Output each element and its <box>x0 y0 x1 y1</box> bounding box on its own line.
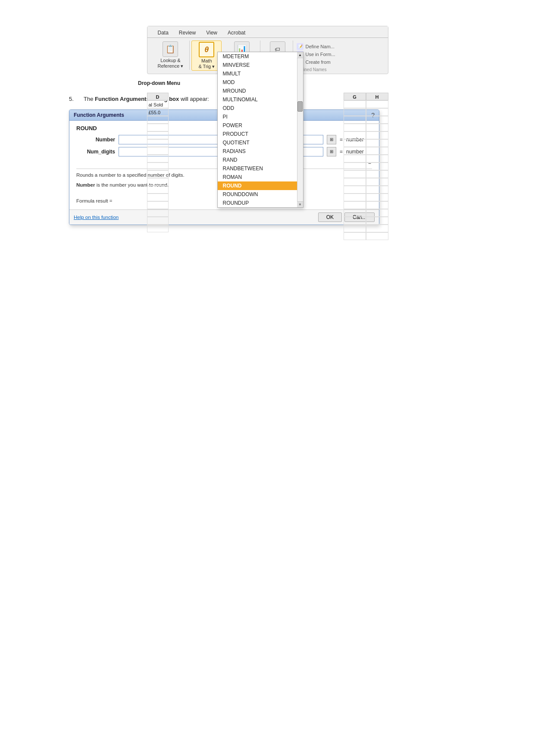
dropdown-item-randbetween[interactable]: RANDBETWEEN <box>218 164 297 173</box>
dropdown-item-radians[interactable]: RADIANS <box>218 147 297 156</box>
dropdown-scroll-wrapper: MDETERMMINVERSEMMULTMODMROUNDMULTINOMIAL… <box>218 52 303 207</box>
create-from-label: Create from <box>305 59 330 65</box>
ref-icon-2: ⊞ <box>330 149 333 154</box>
dropdown-item-quotient[interactable]: QUOTIENT <box>218 138 297 147</box>
spreadsheet-col-d: D al Sold £55.0 <box>147 93 169 232</box>
tab-view[interactable]: View <box>201 28 222 37</box>
ribbon-tabs: Data Review View Acrobat <box>147 26 388 38</box>
step-number: 5. <box>69 95 78 103</box>
dropdown-item-odd[interactable]: ODD <box>218 104 297 112</box>
lookup-button[interactable]: 📋 Lookup & Reference ▾ <box>156 41 185 70</box>
col-d-value: £55.0 <box>147 108 169 116</box>
lookup-label: Lookup & Reference ▾ <box>158 58 184 69</box>
dropdown-item-mdeterm[interactable]: MDETERM <box>218 52 297 61</box>
dropdown-item-mmult[interactable]: MMULT <box>218 69 297 78</box>
col-d-header: D <box>147 93 169 100</box>
arg-number-label: Number <box>76 137 115 143</box>
dialog-footer: Help on this function OK Can... <box>69 209 379 225</box>
use-in-formula-label: Use in Form... <box>305 52 335 57</box>
dropdown-item-product[interactable]: PRODUCT <box>218 130 297 138</box>
dropdown-item-roundup[interactable]: ROUNDUP <box>218 199 297 207</box>
dropdown-item-roman[interactable]: ROMAN <box>218 173 297 181</box>
ok-button[interactable]: OK <box>318 212 342 222</box>
lookup-icon: 📋 <box>163 41 178 57</box>
scroll-track <box>297 58 303 201</box>
dropdown-item-mod[interactable]: MOD <box>218 78 297 87</box>
define-name-label: Define Nam... <box>305 44 334 49</box>
col-g-header: G <box>344 93 366 100</box>
define-name-icon: 📝 <box>297 43 303 50</box>
arg-number-refbtn[interactable]: ⊞ <box>327 135 336 144</box>
dropdown-item-rand[interactable]: RAND <box>218 156 297 164</box>
math-trig-icon: θ <box>199 42 214 57</box>
desc2-bold: Number <box>76 182 95 187</box>
ref-icon: ⊞ <box>330 137 333 142</box>
step-text: The Function Arguments dialog box will a… <box>84 95 209 103</box>
help-link[interactable]: Help on this function <box>74 215 119 220</box>
dropdown-item-multinomial[interactable]: MULTINOMIAL <box>218 95 297 104</box>
scroll-down-btn[interactable]: ≡ <box>297 201 303 207</box>
math-trig-dropdown: MDETERMMINVERSEMMULTMODMROUNDMULTINOMIAL… <box>217 52 303 208</box>
tab-review[interactable]: Review <box>174 28 201 37</box>
arg-numdigits-refbtn[interactable]: ⊞ <box>327 147 336 156</box>
step-text-before: The <box>84 96 95 102</box>
dropdown-item-mround[interactable]: MROUND <box>218 87 297 95</box>
scrollbar[interactable]: ▲ ≡ <box>297 52 303 207</box>
dropdown-list: MDETERMMINVERSEMMULTMODMROUNDMULTINOMIAL… <box>218 52 297 207</box>
spreadsheet-rows-right <box>344 100 388 240</box>
spreadsheet-cols-right: G H <box>344 93 388 240</box>
define-name-item[interactable]: 📝 Define Nam... <box>297 43 335 50</box>
dropdown-item-power[interactable]: POWER <box>218 121 297 130</box>
dropdown-item-round[interactable]: ROUND <box>218 181 297 190</box>
group-lookup: 📋 Lookup & Reference ▾ <box>152 41 190 70</box>
dialog-title: Function Arguments <box>74 112 124 118</box>
arg-number-equals: = <box>340 137 343 143</box>
dropdown-item-pi[interactable]: PI <box>218 112 297 121</box>
arg-numdigits-label: Num_digits <box>76 149 115 155</box>
tab-acrobat[interactable]: Acrobat <box>222 28 250 37</box>
math-trig-button[interactable]: θ Math & Trig ▾ <box>197 41 216 70</box>
dropdown-item-minverse[interactable]: MINVERSE <box>218 61 297 69</box>
dropdown-item-rounddown[interactable]: ROUNDDOWN <box>218 190 297 199</box>
step-text-after: will appear: <box>179 96 209 102</box>
tab-data[interactable]: Data <box>153 28 174 37</box>
col-h-header: H <box>366 93 388 100</box>
math-trig-label: Math & Trig ▾ <box>198 58 215 69</box>
scroll-up-btn[interactable]: ▲ <box>297 52 303 58</box>
scroll-thumb[interactable] <box>297 101 303 112</box>
ribbon-dropdown-section: Data Review View Acrobat 📋 Lookup & Refe… <box>147 26 388 74</box>
arg-numdigits-equals: = <box>340 149 343 155</box>
col-d-label: al Sold <box>147 100 169 108</box>
